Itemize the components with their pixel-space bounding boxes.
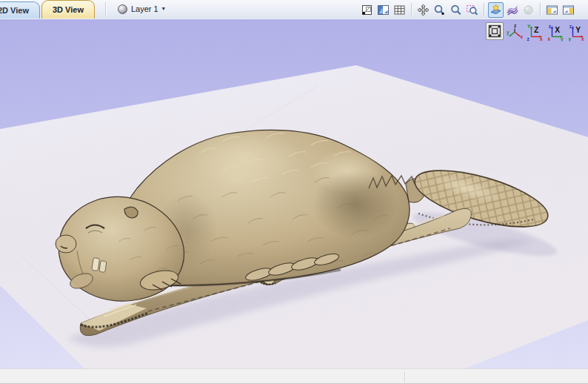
layout-panel-right-button[interactable] [561, 2, 576, 18]
view-down-z-icon: Y x z Z [527, 22, 544, 42]
view-along-y-button[interactable]: z x y Y [567, 22, 587, 42]
layer-selector-label: Layer 1 [131, 4, 158, 13]
zoom-scale-button[interactable] [448, 2, 464, 18]
tabbar-separator [105, 2, 106, 16]
svg-text:x: x [547, 36, 550, 42]
toggle-shading-button[interactable] [488, 2, 504, 18]
3d-scene [0, 19, 588, 368]
fit-to-material-button[interactable] [359, 2, 375, 18]
svg-text:y: y [507, 30, 510, 36]
rotate-3d-axes-button[interactable]: z y x [505, 22, 524, 42]
isometric-view-icon [488, 24, 501, 38]
isometric-view-button[interactable] [486, 22, 504, 40]
toolbar-separator [540, 3, 541, 16]
zoom-interactive-button[interactable] [432, 2, 447, 18]
chevron-down-icon: ▾ [162, 6, 165, 12]
svg-text:z: z [569, 24, 572, 29]
view-along-x-icon: z y x X [547, 22, 565, 42]
svg-text:X: X [555, 26, 560, 34]
pan-view-button[interactable] [415, 2, 431, 18]
view-tab-bar: 2D View 3D View Layer 1 ▾ [0, 0, 588, 19]
zoom-scale-icon [450, 4, 462, 16]
view-along-y-icon: z x y Y [568, 22, 586, 42]
viewport-3d[interactable]: z y x Y x z [0, 19, 588, 368]
toggle-shading-icon [490, 4, 502, 16]
layer-sphere-icon [118, 4, 127, 14]
layer-selector[interactable]: Layer 1 ▾ [113, 1, 170, 17]
split-view-button[interactable] [375, 2, 391, 18]
svg-text:z: z [514, 23, 516, 28]
split-view-icon [377, 4, 390, 16]
svg-text:z: z [549, 24, 551, 29]
solid-model-icon [522, 4, 535, 16]
fit-to-material-icon [361, 4, 373, 16]
rotate-3d-axes-icon: z y x [506, 22, 524, 42]
view-down-z-button[interactable]: Y x z Z [526, 22, 545, 42]
svg-text:x: x [540, 36, 543, 42]
svg-text:Y: Y [575, 26, 581, 34]
svg-text:x: x [581, 36, 584, 42]
view-orientation-controls: z y x Y x z [486, 22, 587, 42]
svg-text:Z: Z [534, 26, 538, 34]
toolpath-preview-icon [506, 4, 518, 16]
svg-text:y: y [568, 36, 571, 42]
grid-view-button[interactable] [392, 2, 407, 18]
svg-text:x: x [520, 34, 523, 39]
layout-panel-left-button[interactable] [544, 2, 560, 18]
solid-model-button[interactable] [521, 2, 536, 18]
view-toolbar [359, 1, 576, 18]
view-along-x-button[interactable]: z y x X [547, 22, 566, 42]
tab-3d-view[interactable]: 3D View [41, 0, 95, 19]
beaver-nose [56, 235, 76, 253]
zoom-interactive-icon [433, 4, 446, 16]
svg-text:y: y [561, 36, 564, 42]
toolbar-separator [484, 3, 484, 16]
app-window: 2D View 3D View Layer 1 ▾ [0, 0, 588, 384]
grid-icon [393, 4, 406, 16]
status-bar-divider [404, 371, 405, 383]
tab-2d-view[interactable]: 2D View [0, 1, 40, 19]
tab-2d-view-label: 2D View [0, 6, 29, 15]
toolbar-separator [411, 3, 412, 16]
status-bar [0, 368, 588, 384]
tab-3d-view-label: 3D View [53, 5, 84, 14]
zoom-box-icon [466, 4, 478, 16]
svg-text:Y: Y [527, 24, 531, 29]
layout-panel-left-icon [546, 4, 558, 16]
pan-view-icon [417, 4, 430, 16]
svg-text:z: z [527, 36, 529, 42]
toolpath-preview-button[interactable] [504, 2, 520, 18]
layout-panel-right-icon [562, 4, 575, 16]
zoom-box-button[interactable] [464, 2, 480, 18]
